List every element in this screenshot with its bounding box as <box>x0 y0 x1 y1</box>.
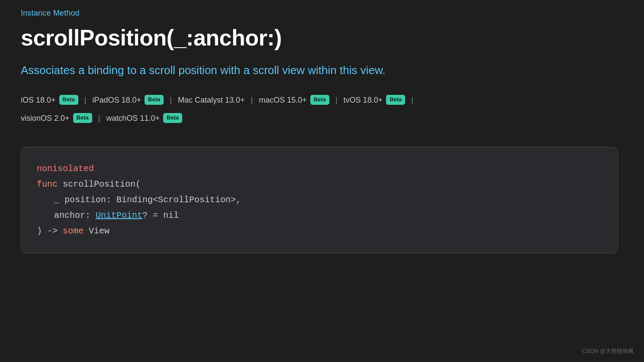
beta-badge-ipados: Beta <box>145 95 164 104</box>
separator-4: | <box>335 92 338 108</box>
platform-ipados: iPadOS 18.0+ Beta <box>92 92 164 108</box>
code-block: nonisolated func scrollPosition( _ posit… <box>21 147 618 253</box>
code-func-name: scrollPosition( <box>63 179 141 189</box>
code-some-keyword: some <box>63 226 89 236</box>
method-text: Method <box>51 9 80 17</box>
code-param2-default: ? = nil <box>142 210 179 220</box>
code-param1-line: _ position: Binding<ScrollPosition>, <box>37 192 602 208</box>
platform-macos: macOS 15.0+ Beta <box>259 92 329 108</box>
platform-row-2: visionOS 2.0+ Beta | watchOS 11.0+ Beta <box>21 110 623 126</box>
platform-row-1: iOS 18.0+ Beta | iPadOS 18.0+ Beta | Mac… <box>21 92 623 108</box>
code-param2-line: anchor: UnitPoint? = nil <box>37 208 602 223</box>
separator-1: | <box>84 92 87 108</box>
beta-badge-macos: Beta <box>310 95 329 104</box>
code-func-keyword: func <box>37 179 58 189</box>
code-param1-name: position <box>64 195 106 205</box>
instance-text: Instance <box>21 9 51 17</box>
code-param1-label: _ <box>54 195 64 205</box>
beta-badge-visionos: Beta <box>73 113 92 123</box>
platform-watchos: watchOS 11.0+ Beta <box>106 110 182 126</box>
platform-tvos: tvOS 18.0+ Beta <box>344 92 406 108</box>
code-view-type: View <box>89 226 109 236</box>
code-arrow: -> <box>47 226 63 236</box>
platform-ios: iOS 18.0+ Beta <box>21 92 78 108</box>
platform-visionos: visionOS 2.0+ Beta <box>21 110 92 126</box>
code-param2-colon: : <box>85 210 96 220</box>
separator-5: | <box>411 92 413 108</box>
code-nonisolated: nonisolated <box>37 161 602 177</box>
code-return-line: ) -> some View <box>37 223 602 239</box>
separator-3: | <box>251 92 253 108</box>
separator-6: | <box>98 110 100 126</box>
watermark: CSDN @大熊猫侯佩 <box>582 347 634 355</box>
beta-badge-watchos: Beta <box>163 113 182 123</box>
method-title: scrollPosition(_:anchor:) <box>21 26 623 50</box>
instance-method-label: Instance Method <box>21 9 623 18</box>
separator-2: | <box>170 92 172 108</box>
beta-badge-ios: Beta <box>59 95 78 104</box>
method-description: Associates a binding to a scroll positio… <box>21 62 583 78</box>
code-param1-type: Binding<ScrollPosition>, <box>116 195 241 205</box>
code-param2-type-link[interactable]: UnitPoint <box>96 210 142 220</box>
platform-list: iOS 18.0+ Beta | iPadOS 18.0+ Beta | Mac… <box>21 92 623 126</box>
code-close-paren: ) <box>37 226 47 236</box>
platform-maccatalyst: Mac Catalyst 13.0+ <box>178 92 245 108</box>
beta-badge-tvos: Beta <box>386 95 405 104</box>
code-func-line: func scrollPosition( <box>37 177 602 192</box>
code-param2-name: anchor <box>54 210 85 220</box>
code-param1-colon: : <box>106 195 116 205</box>
